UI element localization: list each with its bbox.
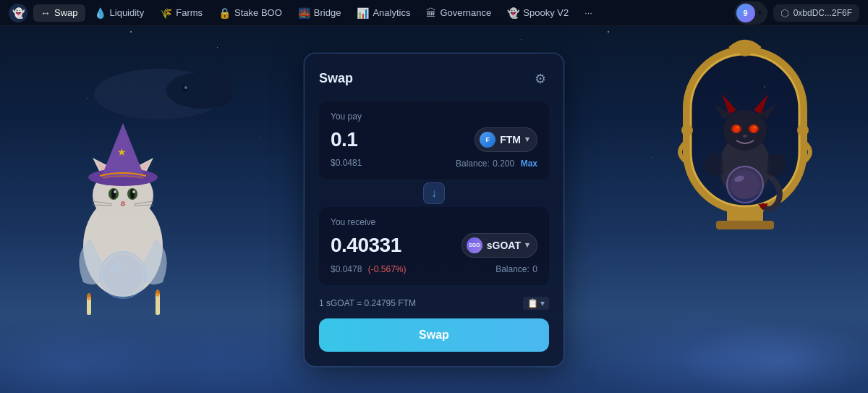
svg-text:👻: 👻 xyxy=(12,7,25,20)
nav-more-button[interactable]: ··· xyxy=(577,4,600,21)
nav-item-analytics[interactable]: 📊 Analytics xyxy=(349,4,417,22)
network-avatar: 9 xyxy=(736,4,755,22)
spookyv2-nav-icon: 👻 xyxy=(507,7,519,19)
nav-item-stake-boo[interactable]: 🔒 Stake BOO xyxy=(211,4,289,22)
settings-icon: ⚙ xyxy=(535,72,546,86)
swap-nav-icon: ↔ xyxy=(41,7,51,19)
pay-balance-value: 0.200 xyxy=(493,159,514,169)
max-button[interactable]: Max xyxy=(521,159,537,169)
settings-button[interactable]: ⚙ xyxy=(532,68,549,90)
nav-spookyv2-label: Spooky V2 xyxy=(523,7,569,18)
receive-usd-value: $0.0478 xyxy=(331,264,362,274)
pay-token-selector[interactable]: F FTM ▾ xyxy=(475,127,537,152)
rate-text: 1 sGOAT = 0.24795 FTM xyxy=(319,298,416,308)
nav-item-liquidity[interactable]: 💧 Liquidity xyxy=(87,4,152,22)
ftm-token-icon: F xyxy=(480,132,495,148)
nav-analytics-label: Analytics xyxy=(373,7,410,18)
nav-item-swap[interactable]: ↔ Swap xyxy=(33,4,85,22)
receive-label: You receive xyxy=(331,217,537,227)
swap-direction-container: ↓ xyxy=(319,182,549,204)
nav-item-farms[interactable]: 🌾 Farms xyxy=(153,4,210,22)
pay-panel: You pay 0.1 F FTM ▾ $0.0481 Balance: 0.2… xyxy=(319,101,549,179)
swap-direction-button[interactable]: ↓ xyxy=(423,182,445,204)
main-content: Swap ⚙ You pay 0.1 F FTM ▾ $0.0481 xyxy=(0,26,868,393)
network-selector[interactable]: 9 ▾ xyxy=(734,1,767,25)
receive-token-chevron-icon: ▾ xyxy=(525,240,529,250)
receive-token-label: sGOAT xyxy=(487,240,521,251)
swap-direction-icon: ↓ xyxy=(431,187,437,200)
receive-balance-label: Balance: xyxy=(495,264,529,274)
rate-dropdown-icon: ▾ xyxy=(540,298,545,308)
navbar: 👻 ↔ Swap 💧 Liquidity 🌾 Farms 🔒 Stake BOO… xyxy=(0,0,868,26)
rate-row: 1 sGOAT = 0.24795 FTM 📋 ▾ xyxy=(319,288,549,316)
governance-nav-icon: 🏛 xyxy=(426,7,436,19)
logo[interactable]: 👻 xyxy=(9,4,27,22)
nav-right: 9 ▾ ⬡ 0xbdDC...2F6F xyxy=(734,1,859,25)
receive-usd-section: $0.0478 (-0.567%) xyxy=(331,262,407,275)
analytics-nav-icon: 📊 xyxy=(357,7,369,19)
nav-item-bridge[interactable]: 🌉 Bridge xyxy=(291,4,349,22)
rate-clipboard-icon: 📋 xyxy=(527,298,538,308)
pay-label: You pay xyxy=(331,111,537,122)
pay-token-label: FTM xyxy=(500,134,521,145)
bridge-nav-icon: 🌉 xyxy=(298,7,310,19)
receive-amount: 0.40331 xyxy=(331,234,401,257)
wallet-address-text: 0xbdDC...2F6F xyxy=(793,8,852,18)
nav-items: ↔ Swap 💧 Liquidity 🌾 Farms 🔒 Stake BOO 🌉… xyxy=(33,4,734,22)
rate-icons-section: 📋 ▾ xyxy=(523,297,549,310)
liquidity-nav-icon: 💧 xyxy=(94,7,106,19)
nav-stake-label: Stake BOO xyxy=(234,7,282,18)
farms-nav-icon: 🌾 xyxy=(160,7,172,19)
pay-bottom-row: $0.0481 Balance: 0.200 Max xyxy=(331,156,537,169)
nav-governance-label: Governance xyxy=(440,7,491,18)
pay-amount[interactable]: 0.1 xyxy=(331,128,357,151)
receive-amount-row: 0.40331 SGO sGOAT ▾ xyxy=(331,233,537,258)
pay-token-chevron-icon: ▾ xyxy=(525,135,529,144)
receive-balance-section: Balance: 0 xyxy=(495,262,537,275)
network-chevron-icon: ▾ xyxy=(758,9,762,17)
more-dots-icon: ··· xyxy=(584,7,592,18)
nav-liquidity-label: Liquidity xyxy=(110,7,145,18)
nav-bridge-label: Bridge xyxy=(314,7,341,18)
price-impact-value: (-0.567%) xyxy=(368,264,407,274)
nav-farms-label: Farms xyxy=(176,7,203,18)
wallet-address-button[interactable]: ⬡ 0xbdDC...2F6F xyxy=(773,4,859,22)
stake-nav-icon: 🔒 xyxy=(218,7,231,19)
receive-bottom-row: $0.0478 (-0.567%) Balance: 0 xyxy=(331,262,537,275)
swap-submit-button[interactable]: Swap xyxy=(319,318,549,352)
pay-amount-row: 0.1 F FTM ▾ xyxy=(331,127,537,152)
pay-balance-section: Balance: 0.200 Max xyxy=(456,156,537,169)
nav-swap-label: Swap xyxy=(54,7,78,18)
receive-token-selector[interactable]: SGO sGOAT ▾ xyxy=(461,233,537,258)
pay-balance-label: Balance: xyxy=(456,159,490,169)
swap-card-title: Swap xyxy=(319,71,353,86)
wallet-icon: ⬡ xyxy=(780,7,789,19)
swap-card-header: Swap ⚙ xyxy=(319,68,549,90)
nav-item-governance[interactable]: 🏛 Governance xyxy=(419,4,498,22)
sgoat-token-icon: SGO xyxy=(467,237,482,253)
rate-info-button[interactable]: 📋 ▾ xyxy=(523,297,549,310)
receive-panel: You receive 0.40331 SGO sGOAT ▾ $0.0478 … xyxy=(319,207,549,285)
swap-card: Swap ⚙ You pay 0.1 F FTM ▾ $0.0481 xyxy=(304,53,564,367)
receive-balance-value: 0 xyxy=(532,264,537,274)
pay-usd-value: $0.0481 xyxy=(331,158,362,168)
nav-item-spooky-v2[interactable]: 👻 Spooky V2 xyxy=(500,4,576,22)
